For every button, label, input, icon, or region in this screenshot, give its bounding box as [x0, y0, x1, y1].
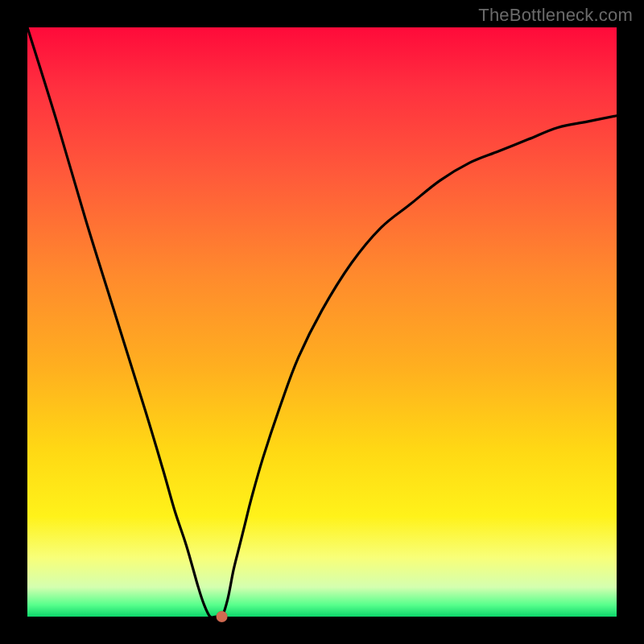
chart-frame: TheBottleneck.com [0, 0, 644, 644]
bottleneck-curve-svg [27, 27, 617, 617]
plot-area [27, 27, 617, 617]
watermark-text: TheBottleneck.com [478, 5, 633, 26]
bottleneck-curve [27, 27, 617, 618]
optimum-marker [217, 611, 228, 622]
